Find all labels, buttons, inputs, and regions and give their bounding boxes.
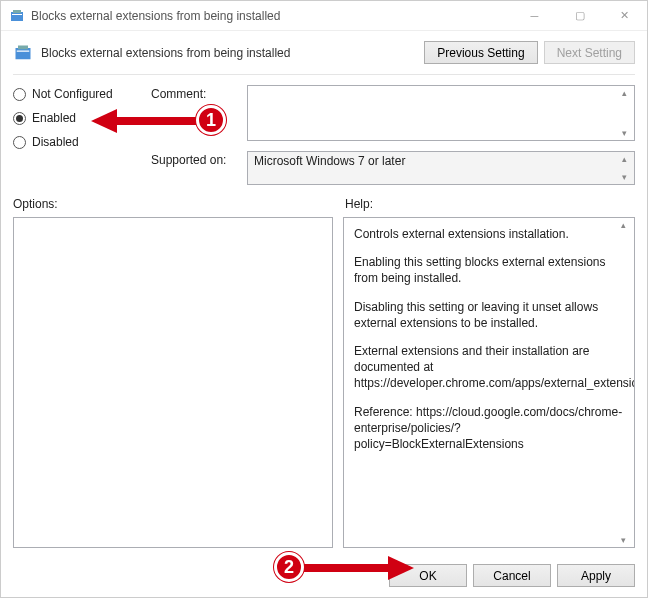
svg-rect-0: [11, 12, 23, 21]
comment-label: Comment:: [151, 85, 241, 141]
help-text: Enabling this setting blocks external ex…: [354, 254, 624, 286]
previous-setting-button[interactable]: Previous Setting: [424, 41, 537, 64]
dialog-window: Blocks external extensions from being in…: [0, 0, 648, 598]
scroll-up-icon[interactable]: ▴: [622, 88, 627, 98]
policy-title: Blocks external extensions from being in…: [41, 46, 424, 60]
radio-enabled[interactable]: Enabled: [13, 111, 143, 125]
help-text: External extensions and their installati…: [354, 343, 624, 392]
footer: OK Cancel Apply: [1, 556, 647, 597]
next-setting-button[interactable]: Next Setting: [544, 41, 635, 64]
radio-label: Disabled: [32, 135, 79, 149]
ok-button[interactable]: OK: [389, 564, 467, 587]
scroll-up-icon[interactable]: ▴: [621, 220, 626, 230]
radio-disabled[interactable]: Disabled: [13, 135, 143, 149]
policy-icon: [9, 8, 25, 24]
scroll-down-icon[interactable]: ▾: [622, 128, 627, 138]
options-label: Options:: [13, 197, 333, 211]
scroll-up-icon[interactable]: ▴: [622, 154, 627, 164]
help-label: Help:: [345, 197, 373, 211]
scroll-down-icon[interactable]: ▾: [622, 172, 627, 182]
window-title: Blocks external extensions from being in…: [31, 9, 280, 23]
svg-rect-4: [18, 45, 28, 49]
help-text: Reference: https://cloud.google.com/docs…: [354, 404, 624, 453]
supported-on-label: Supported on:: [151, 151, 241, 185]
state-radios: Not Configured Enabled Disabled: [13, 85, 143, 185]
policy-icon: [13, 43, 33, 63]
maximize-button[interactable]: ▢: [557, 1, 602, 31]
header: Blocks external extensions from being in…: [1, 31, 647, 68]
help-text: Controls external extensions installatio…: [354, 226, 624, 242]
help-panel[interactable]: Controls external extensions installatio…: [343, 217, 635, 548]
svg-rect-2: [12, 14, 22, 15]
svg-rect-1: [13, 10, 21, 13]
options-panel[interactable]: [13, 217, 333, 548]
radio-label: Not Configured: [32, 87, 113, 101]
radio-icon: [13, 136, 26, 149]
supported-on-box: Microsoft Windows 7 or later ▴▾: [247, 151, 635, 185]
titlebar: Blocks external extensions from being in…: [1, 1, 647, 31]
svg-rect-5: [17, 50, 30, 51]
close-button[interactable]: ✕: [602, 1, 647, 31]
cancel-button[interactable]: Cancel: [473, 564, 551, 587]
radio-label: Enabled: [32, 111, 76, 125]
radio-icon: [13, 88, 26, 101]
help-text: Disabling this setting or leaving it uns…: [354, 299, 624, 331]
scroll-down-icon[interactable]: ▾: [621, 535, 626, 545]
apply-button[interactable]: Apply: [557, 564, 635, 587]
minimize-button[interactable]: ─: [512, 1, 557, 31]
radio-not-configured[interactable]: Not Configured: [13, 87, 143, 101]
comment-textarea[interactable]: ▴▾: [247, 85, 635, 141]
radio-icon: [13, 112, 26, 125]
svg-rect-3: [16, 48, 31, 59]
supported-on-value: Microsoft Windows 7 or later: [254, 154, 405, 168]
